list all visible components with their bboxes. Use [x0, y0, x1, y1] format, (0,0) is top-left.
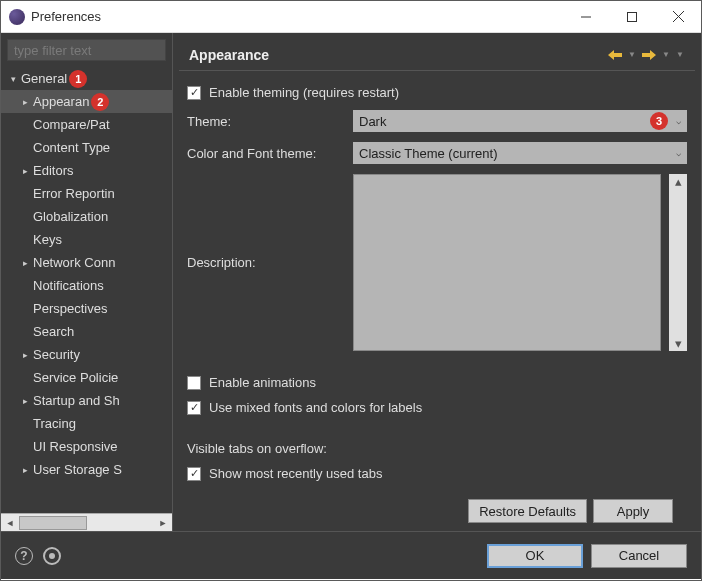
minimize-button[interactable]: [563, 1, 609, 33]
tree-item-label: Content Type: [33, 140, 110, 155]
expand-icon: ▸: [19, 166, 31, 176]
scroll-right-icon[interactable]: ►: [154, 514, 172, 532]
description-label: Description:: [187, 255, 345, 270]
apply-button[interactable]: Apply: [593, 499, 673, 523]
tree-item-label: UI Responsive: [33, 439, 118, 454]
enable-animations-checkbox[interactable]: [187, 376, 201, 390]
tree-item[interactable]: ▸Security: [1, 343, 172, 366]
dialog-footer: ? OK Cancel: [1, 531, 701, 579]
nav-back-menu[interactable]: ▼: [627, 47, 637, 63]
tree-item[interactable]: Content Type: [1, 136, 172, 159]
tree-item-label: Compare/Pat: [33, 117, 110, 132]
tree-item[interactable]: Globalization: [1, 205, 172, 228]
chevron-down-icon: ⌵: [676, 116, 681, 126]
mixed-fonts-checkbox[interactable]: [187, 401, 201, 415]
cancel-button[interactable]: Cancel: [591, 544, 687, 568]
chevron-down-icon: ⌵: [676, 148, 681, 158]
tree-item-label: Appearan: [33, 94, 89, 109]
tree-item-label: Network Conn: [33, 255, 115, 270]
close-button[interactable]: [655, 1, 701, 33]
tree-item[interactable]: ▸Network Conn: [1, 251, 172, 274]
scroll-up-icon[interactable]: ▴: [675, 174, 682, 189]
tree-item[interactable]: Search: [1, 320, 172, 343]
visible-tabs-label: Visible tabs on overflow:: [187, 441, 327, 456]
horizontal-scrollbar[interactable]: ◄ ►: [1, 513, 172, 531]
theme-select[interactable]: Dark 3 ⌵: [353, 110, 687, 132]
color-font-theme-select[interactable]: Classic Theme (current) ⌵: [353, 142, 687, 164]
window-title: Preferences: [31, 9, 563, 24]
content-panel: Appearance ▼ ▼ ▼ Enable theming (require…: [173, 33, 701, 531]
page-title: Appearance: [189, 47, 603, 63]
mixed-fonts-label: Use mixed fonts and colors for labels: [209, 400, 422, 415]
nav-forward-menu[interactable]: ▼: [661, 47, 671, 63]
tree-item-label: Editors: [33, 163, 73, 178]
tree-item-label: Keys: [33, 232, 62, 247]
tree-item-label: Search: [33, 324, 74, 339]
scroll-down-icon[interactable]: ▾: [675, 336, 682, 351]
expand-icon: ▸: [19, 465, 31, 475]
expand-icon: ▸: [19, 97, 31, 107]
tree-item[interactable]: ▸Startup and Sh: [1, 389, 172, 412]
vertical-scrollbar[interactable]: ▴▾: [669, 174, 687, 351]
expand-icon: ▸: [19, 350, 31, 360]
tree-item-label: Tracing: [33, 416, 76, 431]
restore-defaults-button[interactable]: Restore Defaults: [468, 499, 587, 523]
tree-item[interactable]: Notifications: [1, 274, 172, 297]
nav-back-button[interactable]: [607, 47, 623, 63]
tree-item[interactable]: Perspectives: [1, 297, 172, 320]
tree-item[interactable]: Tracing: [1, 412, 172, 435]
enable-animations-label: Enable animations: [209, 375, 316, 390]
description-textarea[interactable]: [353, 174, 661, 351]
tree-item-label: Security: [33, 347, 80, 362]
annotation-2: 2: [91, 93, 109, 111]
app-logo-icon: [9, 9, 25, 25]
annotation-3: 3: [650, 112, 668, 130]
ok-button[interactable]: OK: [487, 544, 583, 568]
titlebar: Preferences: [1, 1, 701, 33]
tree-item-label: Globalization: [33, 209, 108, 224]
tree-item-label: User Storage S: [33, 462, 122, 477]
nav-forward-button[interactable]: [641, 47, 657, 63]
help-icon[interactable]: ?: [15, 547, 33, 565]
enable-theming-checkbox[interactable]: [187, 86, 201, 100]
tree-item-label: Notifications: [33, 278, 104, 293]
scrollbar-thumb[interactable]: [19, 516, 87, 530]
filter-input[interactable]: [7, 39, 166, 61]
collapse-icon: ▾: [7, 74, 19, 84]
scroll-left-icon[interactable]: ◄: [1, 514, 19, 532]
color-font-theme-label: Color and Font theme:: [187, 146, 345, 161]
tree-item[interactable]: Service Policie: [1, 366, 172, 389]
expand-icon: ▸: [19, 396, 31, 406]
preferences-tree[interactable]: ▾ General 1 ▸Appearan2Compare/PatContent…: [1, 65, 172, 513]
tree-item-label: Error Reportin: [33, 186, 115, 201]
tree-item[interactable]: ▸Appearan2: [1, 90, 172, 113]
tree-item-label: Perspectives: [33, 301, 107, 316]
nav-menu[interactable]: ▼: [675, 47, 685, 63]
sidebar: ▾ General 1 ▸Appearan2Compare/PatContent…: [1, 33, 173, 531]
annotation-1: 1: [69, 70, 87, 88]
expand-icon: ▸: [19, 258, 31, 268]
tree-item[interactable]: Compare/Pat: [1, 113, 172, 136]
enable-theming-label: Enable theming (requires restart): [209, 85, 399, 100]
tree-item[interactable]: ▸Editors: [1, 159, 172, 182]
import-export-icon[interactable]: [43, 547, 61, 565]
maximize-button[interactable]: [609, 1, 655, 33]
theme-label: Theme:: [187, 114, 345, 129]
tree-item[interactable]: UI Responsive: [1, 435, 172, 458]
tree-item-label: Service Policie: [33, 370, 118, 385]
show-recent-tabs-checkbox[interactable]: [187, 467, 201, 481]
tree-item-label: Startup and Sh: [33, 393, 120, 408]
show-recent-tabs-label: Show most recently used tabs: [209, 466, 382, 481]
svg-rect-1: [628, 12, 637, 21]
tree-item[interactable]: ▸User Storage S: [1, 458, 172, 481]
tree-item-general[interactable]: ▾ General 1: [1, 67, 172, 90]
tree-item[interactable]: Keys: [1, 228, 172, 251]
tree-item[interactable]: Error Reportin: [1, 182, 172, 205]
